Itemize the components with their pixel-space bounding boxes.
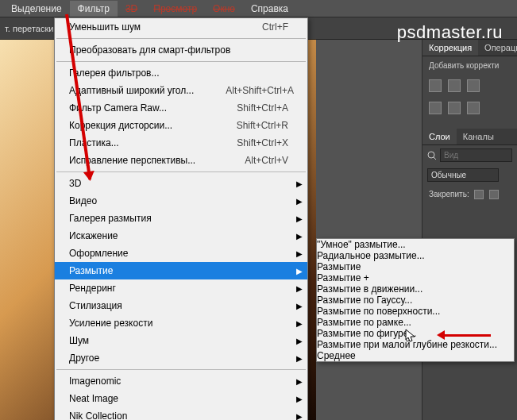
lock-label: Закрепить: xyxy=(429,190,469,198)
menu-convert-smart[interactable]: Преобразовать для смарт-фильтров xyxy=(55,41,307,59)
chevron-right-icon: ▶ xyxy=(296,412,303,421)
menu-item-sub[interactable]: Искажение▶ xyxy=(55,227,307,245)
chevron-right-icon: ▶ xyxy=(296,267,303,276)
tab-channels[interactable]: Каналы xyxy=(457,129,500,144)
menu-last-filter[interactable]: Уменьшить шум Ctrl+F xyxy=(55,18,307,36)
shortcut-text: Shift+Ctrl+R xyxy=(205,120,288,131)
chevron-right-icon: ▶ xyxy=(296,319,303,328)
menu-item-sub[interactable]: Галерея размытия▶ xyxy=(55,210,307,227)
menu-item-sub[interactable]: Стилизация▶ xyxy=(55,297,307,314)
shortcut-text: Shift+Ctrl+X xyxy=(205,137,288,148)
menu-item[interactable]: Коррекция дисторсии...Shift+Ctrl+R xyxy=(55,117,307,134)
menu-item[interactable]: Пластика...Shift+Ctrl+X xyxy=(55,134,307,152)
lock-pixels-icon[interactable] xyxy=(474,190,484,199)
shortcut-text: Ctrl+F xyxy=(230,21,288,33)
chevron-right-icon: ▶ xyxy=(296,354,303,363)
lock-position-icon[interactable] xyxy=(489,190,499,199)
submenu-item[interactable]: Размытие по Гауссу... xyxy=(317,295,514,306)
tab-corrections[interactable]: Коррекция xyxy=(422,40,478,56)
tab-layers[interactable]: Слои xyxy=(422,129,457,144)
brightness-icon[interactable] xyxy=(429,79,442,92)
corrections-hint: Добавить корректи xyxy=(422,56,517,75)
shortcut-text: Alt+Shift+Ctrl+A xyxy=(194,85,294,96)
corrections-panel-tabs: Коррекция Операци xyxy=(422,40,517,56)
tab-operations[interactable]: Операци xyxy=(478,40,517,56)
menu-item-sub[interactable]: Другое▶ xyxy=(55,349,307,367)
menu-item-plugin[interactable]: Imagenomic▶ xyxy=(55,372,307,390)
svg-line-1 xyxy=(434,157,436,160)
menu-item-sub[interactable]: Видео▶ xyxy=(55,192,307,210)
blend-mode-select[interactable]: Обычные xyxy=(427,168,499,182)
search-icon xyxy=(427,151,437,160)
menu-item-sub[interactable]: Усиление резкости▶ xyxy=(55,314,307,332)
filter-menu: Уменьшить шум Ctrl+F Преобразовать для с… xyxy=(54,17,308,420)
submenu-item[interactable]: Размытие при малой глубине резкости... xyxy=(317,339,514,350)
chevron-right-icon: ▶ xyxy=(296,284,303,293)
submenu-item[interactable]: Размытие по фигуре... xyxy=(317,328,514,339)
chevron-right-icon: ▶ xyxy=(296,179,303,188)
blur-submenu: "Умное" размытие...Радиальное размытие..… xyxy=(316,238,515,362)
hue-icon[interactable] xyxy=(467,102,480,114)
chevron-right-icon: ▶ xyxy=(296,337,303,345)
submenu-item[interactable]: Среднее xyxy=(317,350,514,361)
svg-point-0 xyxy=(428,152,434,158)
vibrance-icon[interactable] xyxy=(448,102,461,114)
chevron-right-icon: ▶ xyxy=(296,377,303,386)
menu-help[interactable]: Справка xyxy=(243,1,296,17)
menu-selection[interactable]: Выделение xyxy=(3,1,70,17)
layers-panel-tabs: Слои Каналы xyxy=(422,129,517,145)
menu-item[interactable]: Исправление перспективы...Alt+Ctrl+V xyxy=(55,152,307,169)
menu-item[interactable]: Галерея фильтров... xyxy=(55,64,307,82)
submenu-item[interactable]: Размытие в движении... xyxy=(317,283,514,295)
menu-item[interactable]: Фильтр Camera Raw...Shift+Ctrl+A xyxy=(55,99,307,117)
menu-item[interactable]: Адаптивный широкий угол...Alt+Shift+Ctrl… xyxy=(55,82,307,99)
submenu-item[interactable]: Радиальное размытие... xyxy=(317,250,514,261)
menu-item-sub[interactable]: Рендеринг▶ xyxy=(55,279,307,297)
menu-item-plugin[interactable]: Neat Image▶ xyxy=(55,390,307,407)
submenu-item[interactable]: Размытие по поверхности... xyxy=(317,306,514,317)
chevron-right-icon: ▶ xyxy=(296,214,303,223)
shortcut-text: Alt+Ctrl+V xyxy=(213,155,288,166)
shortcut-text: Shift+Ctrl+A xyxy=(205,102,288,114)
adjustment-icons-row2 xyxy=(422,97,517,119)
submenu-item[interactable]: Размытие по рамке... xyxy=(317,317,514,328)
chevron-right-icon: ▶ xyxy=(296,249,303,258)
chevron-right-icon: ▶ xyxy=(296,395,303,403)
menu-item-sub[interactable]: Оформление▶ xyxy=(55,245,307,262)
chevron-right-icon: ▶ xyxy=(296,197,303,206)
levels-icon[interactable] xyxy=(448,79,461,92)
chevron-right-icon: ▶ xyxy=(296,302,303,310)
submenu-item[interactable]: Размытие + xyxy=(317,272,514,283)
curves-icon[interactable] xyxy=(467,79,480,92)
exposure-icon[interactable] xyxy=(429,102,442,114)
chevron-right-icon: ▶ xyxy=(296,232,303,241)
menu-window[interactable]: Окно xyxy=(205,1,243,17)
menu-filter[interactable]: Фильтр xyxy=(70,1,118,17)
menu-item-plugin[interactable]: Nik Collection▶ xyxy=(55,407,307,420)
lock-row: Закрепить: xyxy=(422,185,517,204)
right-dock: Коррекция Операци Добавить корректи Слои… xyxy=(422,40,517,420)
menu-3d[interactable]: 3D xyxy=(118,1,145,17)
menu-item-sub[interactable]: 3D▶ xyxy=(55,175,307,192)
menu-item-sub[interactable]: Размытие▶ xyxy=(55,262,307,279)
submenu-item[interactable]: "Умное" размытие... xyxy=(317,239,514,250)
layer-filter-input[interactable] xyxy=(440,148,512,162)
submenu-item[interactable]: Размытие xyxy=(317,261,514,272)
menu-view[interactable]: Просмотр xyxy=(145,1,205,17)
adjustment-icons-row1 xyxy=(422,75,517,97)
menu-item-sub[interactable]: Шум▶ xyxy=(55,332,307,349)
menubar: Выделение Фильтр 3D Просмотр Окно Справк… xyxy=(0,0,517,17)
